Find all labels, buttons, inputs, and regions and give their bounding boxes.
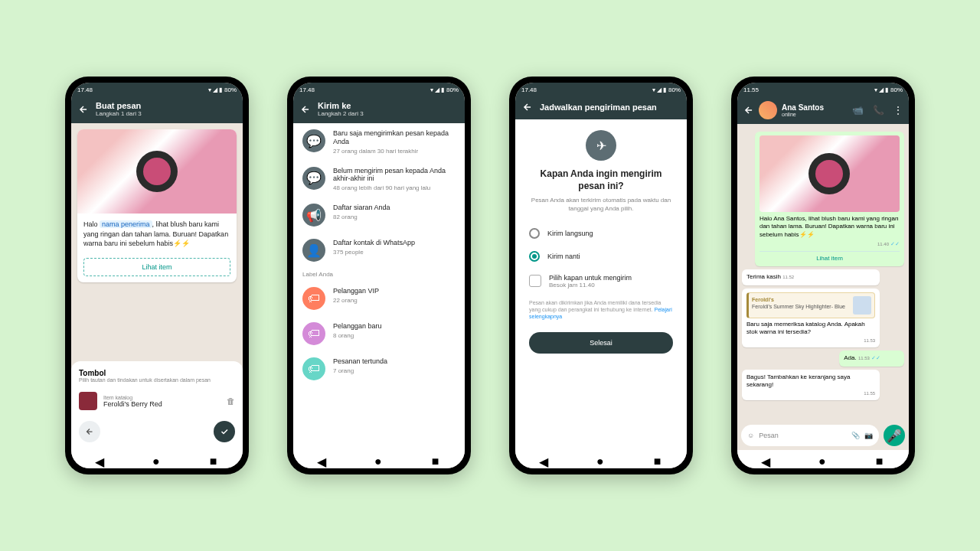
more-icon[interactable]: ⋮ <box>893 105 903 116</box>
nav-home-icon[interactable]: ● <box>818 455 828 464</box>
mic-button[interactable]: 🎤 <box>884 425 905 446</box>
message-text[interactable]: Halo nama penerima, lihat blush baru kam… <box>77 214 237 255</box>
back-icon[interactable] <box>77 103 90 116</box>
message-in[interactable]: Bagus! Tambahkan ke keranjang saya sekar… <box>742 370 880 401</box>
nav-home-icon[interactable]: ● <box>596 455 606 464</box>
schedule-headline: Kapan Anda ingin mengirim pesan ini? <box>515 168 687 192</box>
phone-schedule: 17.48 ▾ ◢ ▮ 80% Jadwalkan pengiriman pes… <box>509 77 693 474</box>
app-bar: Kirim ke Langkah 2 dari 3 <box>293 96 465 123</box>
phone-chat: 11.55 ▾ ◢ ▮ 80% Ana Santos online 📹 📞 ⋮ … <box>731 77 915 474</box>
contact-icon: 👤 <box>302 239 325 262</box>
message-input[interactable]: ☺ Pesan 📎 📷 <box>741 425 879 446</box>
nav-home-icon[interactable]: ● <box>152 455 162 464</box>
step-label: Langkah 2 dari 3 <box>318 110 364 117</box>
android-navbar: ◀●■ <box>71 450 243 468</box>
product-image <box>77 129 237 214</box>
confirm-fab[interactable] <box>214 421 235 442</box>
step-label: Langkah 1 dari 3 <box>96 110 142 117</box>
back-fab[interactable] <box>79 421 100 442</box>
broadcast-icon: 📢 <box>302 204 325 227</box>
panel-title: Tombol <box>79 369 235 377</box>
schedule-time-row[interactable]: Pilih kapan untuk mengirim Besok jam 11.… <box>515 268 687 295</box>
list-item[interactable]: 💬Baru saja mengirimkan pesan kepada Anda… <box>293 123 465 161</box>
radio-send-now[interactable]: Kirim langsung <box>515 222 687 245</box>
message-out[interactable]: Ada. 11.53✓✓ <box>839 350 904 366</box>
phone-send-to: 17.48 ▾ ◢ ▮ 80% Kirim ke Langkah 2 dari … <box>287 77 471 474</box>
schedule-sub: Pesan Anda akan terkirim otomatis pada w… <box>515 192 687 222</box>
radio-send-later[interactable]: Kirim nanti <box>515 245 687 268</box>
back-icon[interactable] <box>521 101 534 113</box>
compose-content: Halo nama penerima, lihat blush baru kam… <box>71 123 243 450</box>
video-call-icon[interactable]: 📹 <box>852 105 864 116</box>
catalog-item-row[interactable]: Item katalog Feroldi's Berry Red 🗑 <box>79 389 235 413</box>
page-title: Buat pesan <box>96 101 142 110</box>
call-icon[interactable]: 📞 <box>873 105 884 116</box>
chat-header: Ana Santos online 📹 📞 ⋮ <box>737 96 909 124</box>
nav-back-icon[interactable]: ◀ <box>317 455 326 464</box>
nav-home-icon[interactable]: ● <box>374 455 384 464</box>
product-thumb <box>853 296 871 315</box>
calendar-icon <box>529 275 541 287</box>
emoji-icon[interactable]: ☺ <box>747 432 754 439</box>
radio-icon <box>529 251 540 262</box>
android-navbar: ◀●■ <box>737 450 909 468</box>
product-reference[interactable]: Feroldi'sFeroldi's Summer Sky Highlighte… <box>746 292 875 318</box>
message-preview-card: Halo nama penerima, lihat blush baru kam… <box>77 129 237 282</box>
section-label: Label Anda <box>293 268 465 281</box>
chat-input-bar: ☺ Pesan 📎 📷 🎤 <box>737 421 909 450</box>
phone-compose: 17.48 ▾ ◢ ▮ 80% Buat pesan Langkah 1 dar… <box>65 77 249 474</box>
list-item[interactable]: 📢Daftar siaran Anda82 orang <box>293 197 465 233</box>
schedule-content: ✈ Kapan Anda ingin mengirim pesan ini? P… <box>515 119 687 450</box>
message-in[interactable]: Feroldi'sFeroldi's Summer Sky Highlighte… <box>742 289 880 348</box>
status-bar: 17.48 ▾ ◢ ▮ 80% <box>293 83 465 96</box>
view-item-link[interactable]: Lihat item <box>760 251 900 262</box>
chat-messages[interactable]: Halo Ana Santos, lihat blush baru kami y… <box>737 124 909 421</box>
view-item-button[interactable]: Lihat item <box>83 258 230 276</box>
tag-icon: 🏷 <box>302 322 325 345</box>
recipient-list: 💬Baru saja mengirimkan pesan kepada Anda… <box>293 123 465 450</box>
message-out[interactable]: Halo Ana Santos, lihat blush baru kami y… <box>755 132 904 266</box>
label-item[interactable]: 🏷Pelanggan VIP22 orang <box>293 281 465 316</box>
nav-back-icon[interactable]: ◀ <box>539 455 548 464</box>
recipient-placeholder[interactable]: nama penerima <box>100 220 152 228</box>
chat-name[interactable]: Ana Santos <box>782 103 824 112</box>
camera-icon[interactable]: 📷 <box>864 432 873 439</box>
label-item[interactable]: 🏷Pesanan tertunda7 orang <box>293 351 465 386</box>
status-bar: 17.48 ▾ ◢ ▮ 80% <box>71 83 243 96</box>
nav-recent-icon[interactable]: ■ <box>876 455 885 464</box>
android-navbar: ◀●■ <box>293 450 465 468</box>
done-button[interactable]: Selesai <box>529 332 673 354</box>
button-panel: Tombol Pilih tautan dan tindakan untuk d… <box>71 361 243 450</box>
app-bar: Buat pesan Langkah 1 dari 3 <box>71 96 243 123</box>
catalog-thumb <box>79 392 97 410</box>
avatar[interactable] <box>759 101 777 119</box>
list-item[interactable]: 💬Belum mengirim pesan kepada Anda akhir-… <box>293 161 465 198</box>
send-later-icon: ✈ <box>586 130 616 161</box>
nav-recent-icon[interactable]: ■ <box>654 455 663 464</box>
chat-status: online <box>782 112 824 117</box>
chat-icon: 💬 <box>302 167 325 190</box>
page-title: Jadwalkan pengiriman pesan <box>540 103 657 112</box>
tag-icon: 🏷 <box>302 287 325 310</box>
back-icon[interactable] <box>743 105 754 116</box>
nav-recent-icon[interactable]: ■ <box>432 455 441 464</box>
android-navbar: ◀●■ <box>515 450 687 468</box>
list-item[interactable]: 👤Daftar kontak di WhatsApp375 people <box>293 233 465 268</box>
attach-icon[interactable]: 📎 <box>851 432 860 439</box>
nav-back-icon[interactable]: ◀ <box>761 455 770 464</box>
delete-icon[interactable]: 🗑 <box>227 396 235 406</box>
nav-recent-icon[interactable]: ■ <box>210 455 219 464</box>
panel-subtitle: Pilih tautan dan tindakan untuk disertak… <box>79 377 235 383</box>
back-icon[interactable] <box>299 103 312 116</box>
chat-icon: 💬 <box>302 129 325 152</box>
nav-back-icon[interactable]: ◀ <box>95 455 104 464</box>
status-bar: 11.55 ▾ ◢ ▮ 80% <box>737 83 909 96</box>
status-bar: 17.48 ▾ ◢ ▮ 80% <box>515 83 687 96</box>
message-in[interactable]: Terima kasih 11.52 <box>742 269 880 285</box>
radio-icon <box>529 228 540 239</box>
page-title: Kirim ke <box>318 101 364 110</box>
label-item[interactable]: 🏷Pelanggan baru8 orang <box>293 316 465 351</box>
message-image <box>760 135 900 212</box>
app-bar: Jadwalkan pengiriman pesan <box>515 96 687 119</box>
tag-icon: 🏷 <box>302 357 325 380</box>
